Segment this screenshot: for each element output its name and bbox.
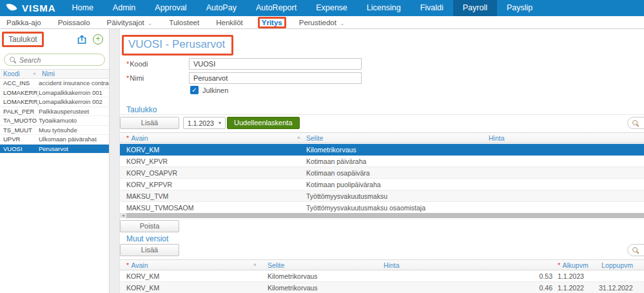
julkinen-checkbox-row: ✓ Julkinen (190, 86, 228, 94)
sidebar-table-row[interactable]: LOMAKERR_001Lomapalkkakerroin 001 (0, 88, 109, 98)
top-nav-item-payslip[interactable]: Payslip (497, 0, 542, 16)
sort-asc-icon: ˄ (253, 262, 257, 268)
cell-nimi: Perusarvot (39, 145, 109, 152)
sidebar-table-row[interactable]: PALK_PERPalkkausperusteet (0, 107, 109, 117)
sub-nav-item-label: Henkilöt (216, 19, 243, 26)
column-hinta[interactable]: Hinta (489, 134, 505, 142)
table-row[interactable]: MAKSU_TVMOSAOMTyöttömyysvakuutusmaksu os… (120, 202, 644, 214)
cell-koodi: LOMAKERR_001 (0, 89, 39, 96)
top-nav-item-approval[interactable]: Approval (145, 0, 196, 16)
taulukko-section-heading: Taulukko (126, 105, 157, 114)
cell-selite: Kilometrikorvaus (268, 272, 384, 280)
nimi-field[interactable] (189, 72, 362, 84)
sub-nav-item-label: Palkka-ajo (6, 19, 41, 26)
sidebar-table-row[interactable]: TS_MUUTMuu työsuhde (0, 126, 109, 136)
column-avain[interactable]: * Avain (126, 261, 148, 269)
table-row[interactable]: KORV_KPVRKotimaan päiväraha (120, 156, 644, 167)
sub-nav-item-tulosteet[interactable]: Tulosteet (169, 19, 199, 26)
cell-avain: KORV_KPPVR (120, 181, 306, 188)
cell-selite: Kilometrikorvaus (306, 146, 489, 154)
cell-koodi: TS_MUUT (0, 126, 39, 134)
sub-nav-item-label: Tulosteet (169, 19, 199, 26)
sub-nav-item-yritys[interactable]: Yritys (258, 17, 286, 28)
cell-avain: KORV_OSAPVR (120, 169, 306, 177)
top-nav-item-expense[interactable]: Expense (306, 0, 357, 16)
sidebar-search-input[interactable] (19, 56, 99, 64)
sub-nav-item-henkil-t[interactable]: Henkilöt (216, 19, 243, 26)
top-nav-bar: VISMA HomeAdminApprovalAutoPayAutoReport… (0, 0, 644, 16)
scroll-left-icon[interactable]: ◂ (120, 213, 126, 218)
scrollbar-thumb[interactable] (126, 213, 644, 218)
nimi-field-label: *Nimi (126, 74, 144, 82)
cell-nimi: Ulkomaan päivärahat (39, 136, 109, 143)
sub-nav-item-palkka-ajo[interactable]: Palkka-ajo (6, 19, 41, 26)
chevron-down-icon: ⌄ (340, 20, 345, 26)
column-selite[interactable]: Selite (306, 134, 323, 142)
sub-nav-bar: Palkka-ajoPoissaoloPäivitysajot⌄Tulostee… (0, 16, 644, 29)
table-row[interactable]: KORV_KPPVRKotimaan puolipäiväraha (120, 179, 644, 190)
table-row[interactable]: KORV_KMKilometrikorvaus0.531.1.2023 (120, 270, 644, 282)
sub-nav-item-poissaolo[interactable]: Poissaolo (58, 19, 90, 26)
koodi-field[interactable] (189, 58, 362, 70)
cell-nimi: Työaikamuoto (39, 117, 109, 124)
horizontal-scrollbar: ◂ (120, 213, 644, 218)
sidebar-table-header: Koodi ˄ Nimi (0, 69, 109, 79)
top-nav-items: HomeAdminApprovalAutoPayAutoReportExpens… (63, 0, 543, 16)
sub-nav-item-perustiedot[interactable]: Perustiedot⌄ (299, 19, 345, 26)
top-nav-item-payroll[interactable]: Payroll (453, 0, 497, 16)
table-row[interactable]: KORV_OSAPVRKotimaan osapäivära (120, 167, 644, 179)
column-hinta[interactable]: Hinta (384, 261, 400, 269)
table-row[interactable]: KORV_KMKilometrikorvaus (120, 144, 644, 156)
julkinen-checkbox[interactable]: ✓ (190, 86, 199, 94)
cell-alkupvm: 1.1.2022 (555, 284, 599, 292)
sidebar-title: Taulukot (2, 32, 44, 47)
top-nav-item-home[interactable]: Home (63, 0, 103, 16)
sort-asc-icon: ˄ (297, 135, 300, 141)
date-dropdown[interactable]: 1.1.2023 ▾ (183, 117, 226, 129)
cell-avain: MAKSU_TVMOSAOM (120, 204, 306, 212)
panel-divider[interactable] (110, 29, 120, 293)
sidebar-column-nimi[interactable]: Nimi (42, 70, 55, 77)
poista-button[interactable]: Poista (120, 220, 179, 232)
export-icon[interactable] (77, 34, 87, 47)
lisaa-button-versions[interactable]: Lisää (120, 244, 179, 256)
column-loppupvm[interactable]: Loppupvm (601, 261, 633, 269)
top-nav-item-admin[interactable]: Admin (103, 0, 145, 16)
top-nav-item-licensing[interactable]: Licensing (357, 0, 411, 16)
table-row[interactable]: MAKSU_TVMTyöttömyysvakuutusmaksu (120, 190, 644, 202)
cell-koodi: TA_MUOTO (0, 117, 39, 124)
sidebar-table-row[interactable]: TA_MUOTOTyöaikamuoto (0, 116, 109, 126)
cell-selite: Kotimaan puolipäiväraha (306, 181, 489, 188)
top-nav-item-fivaldi[interactable]: Fivaldi (411, 0, 453, 16)
column-selite[interactable]: Selite (268, 261, 284, 269)
sidebar-table-row[interactable]: UPVRUlkomaan päivärahat (0, 135, 109, 145)
cell-selite: Kotimaan päiväraha (306, 157, 489, 165)
sidebar-table-row[interactable]: ACC_INSaccident insurance contracts (0, 79, 109, 88)
cell-koodi: VUOSI (0, 145, 39, 152)
sidebar-table-row[interactable]: LOMAKERR_002Lomapalkkakerroin 002 (0, 97, 109, 107)
visma-brand[interactable]: VISMA (0, 0, 63, 16)
sidebar-column-koodi[interactable]: Koodi (3, 70, 20, 77)
cell-avain: KORV_KM (120, 272, 268, 280)
cell-koodi: ACC_INS (0, 79, 39, 86)
required-marker: * (126, 60, 129, 68)
cell-avain: MAKSU_TVM (120, 192, 306, 200)
column-alkupvm[interactable]: * Alkupvm (558, 261, 589, 269)
sub-nav-item-p-ivitysajot[interactable]: Päivitysajot⌄ (107, 19, 153, 26)
column-avain[interactable]: * Avain (126, 134, 148, 142)
uudelleenlaskenta-button[interactable]: Uudelleenlaskenta (227, 117, 300, 129)
koodi-field-label: *Koodi (126, 60, 148, 68)
grid-search-button[interactable] (627, 244, 644, 256)
taulukko-table-header: * Avain ˄ Selite Hinta (120, 132, 644, 143)
sort-asc-icon: ˄ (33, 71, 36, 77)
cell-selite: Työttömyysvakuutusmaksu (306, 192, 489, 200)
top-nav-item-autoreport[interactable]: AutoReport (246, 0, 306, 16)
add-icon[interactable]: + (93, 34, 103, 45)
table-row[interactable]: KORV_KMKilometrikorvaus0.461.1.202231.12… (120, 282, 644, 293)
sidebar-panel: Taulukot + Koodi ˄ Nimi ACC_INSaccident … (0, 29, 110, 293)
sidebar-table-row[interactable]: VUOSIPerusarvot (0, 145, 109, 154)
cell-loppupvm: 31.12.2022 (599, 284, 644, 292)
lisaa-button[interactable]: Lisää (120, 117, 179, 129)
grid-search-button[interactable] (627, 117, 644, 129)
top-nav-item-autopay[interactable]: AutoPay (197, 0, 246, 16)
